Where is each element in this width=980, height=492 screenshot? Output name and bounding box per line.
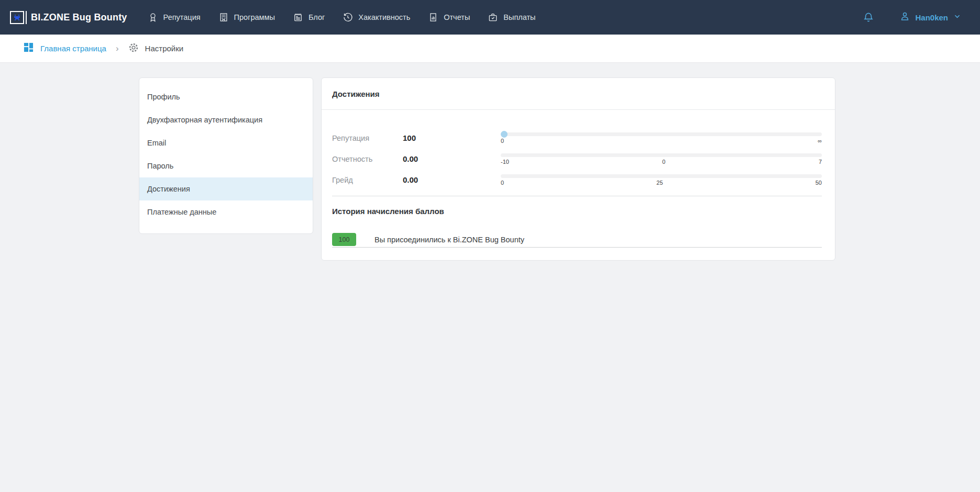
page: BI.ZONE Bug Bounty Репутация — [0, 0, 980, 492]
blog-icon — [293, 12, 303, 23]
nav-item-reputation[interactable]: Репутация — [148, 12, 201, 23]
tick-mid: 0 — [662, 159, 665, 165]
metric-value: 0.00 — [403, 149, 501, 170]
points-badge: 100 — [332, 233, 356, 246]
metric-value: 100 — [403, 128, 501, 149]
metric-row-reputation: Репутация 100 0 ∞ — [332, 128, 822, 149]
sidebar-item-two-factor[interactable]: Двухфакторная аутентификация — [139, 108, 313, 131]
nav-item-blog[interactable]: Блог — [293, 12, 325, 23]
notifications-bell-icon[interactable] — [863, 11, 874, 24]
reputation-slider: 0 ∞ — [501, 128, 822, 149]
slider-ticks: -10 0 7 — [501, 159, 822, 165]
slider-track — [501, 132, 822, 136]
nav-item-hackactivity[interactable]: Хакактивность — [343, 12, 410, 23]
brand-title: BI.ZONE Bug Bounty — [31, 12, 127, 23]
metric-row-grade: Грейд 0.00 0 25 50 — [332, 170, 822, 191]
nav-right: Han0ken — [863, 10, 961, 25]
award-icon — [148, 12, 158, 23]
logo-bug-icon — [10, 11, 24, 24]
brand-logo[interactable]: BI.ZONE Bug Bounty — [10, 11, 127, 24]
logo-bar — [26, 11, 27, 24]
sidebar-item-achievements[interactable]: Достижения — [139, 177, 313, 200]
user-name: Han0ken — [915, 13, 948, 22]
tick-min: 0 — [501, 180, 504, 186]
nav-label: Хакактивность — [358, 13, 410, 21]
grade-slider: 0 25 50 — [501, 170, 822, 191]
main-menu: Репутация Программы — [148, 12, 554, 23]
nav-item-payouts[interactable]: Выплаты — [488, 12, 535, 23]
panel-title: Достижения — [332, 90, 380, 98]
metric-value: 0.00 — [403, 170, 501, 191]
history-event-text: Вы присоединились к Bi.ZONE Bug Bounty — [375, 236, 524, 244]
dashboard-icon — [24, 42, 34, 54]
tick-min: -10 — [501, 159, 509, 165]
top-navbar: BI.ZONE Bug Bounty Репутация — [0, 0, 980, 35]
slider-ticks: 0 ∞ — [501, 138, 822, 144]
breadcrumb-current: Настройки — [128, 42, 184, 55]
nav-item-programs[interactable]: Программы — [218, 12, 275, 23]
nav-item-reports[interactable]: Отчеты — [428, 12, 470, 23]
building-icon — [218, 12, 229, 23]
tick-max: 7 — [819, 159, 822, 165]
sidebar-item-payment-data[interactable]: Платежные данные — [139, 200, 313, 223]
metric-label: Грейд — [332, 170, 403, 191]
section-divider — [332, 196, 822, 196]
slider-thumb[interactable] — [501, 131, 508, 138]
history-row: 100 Вы присоединились к Bi.ZONE Bug Boun… — [332, 233, 822, 248]
history-title: История начисления баллов — [332, 207, 822, 216]
gear-icon — [128, 42, 139, 55]
nav-label: Блог — [309, 13, 325, 21]
breadcrumb-separator: › — [116, 43, 119, 54]
sidebar-item-password[interactable]: Пароль — [139, 154, 313, 177]
panel-header: Достижения — [322, 78, 835, 110]
breadcrumb-current-label: Настройки — [145, 44, 184, 53]
tick-min: 0 — [501, 138, 504, 144]
tick-max: ∞ — [818, 138, 822, 144]
history-icon — [343, 12, 353, 23]
slider-track — [501, 174, 822, 178]
report-icon — [428, 12, 438, 23]
breadcrumb-home-label: Главная страница — [40, 44, 106, 53]
slider-ticks: 0 25 50 — [501, 180, 822, 186]
nav-label: Программы — [234, 13, 275, 21]
nav-label: Выплаты — [503, 13, 535, 21]
breadcrumb-home-link[interactable]: Главная страница — [24, 42, 106, 54]
settings-sidebar: Профиль Двухфакторная аутентификация Ema… — [139, 77, 313, 234]
achievements-panel: Достижения Репутация 100 0 ∞ Отчетность — [321, 77, 835, 261]
metric-label: Репутация — [332, 128, 403, 149]
reporting-slider: -10 0 7 — [501, 149, 822, 170]
sidebar-item-email[interactable]: Email — [139, 131, 313, 154]
breadcrumb: Главная страница › Настройки — [0, 35, 980, 63]
tick-max: 50 — [816, 180, 822, 186]
sidebar-item-profile[interactable]: Профиль — [139, 85, 313, 108]
slider-track — [501, 153, 822, 157]
nav-label: Отчеты — [444, 13, 470, 21]
metric-label: Отчетность — [332, 149, 403, 170]
panel-body: Репутация 100 0 ∞ Отчетность 0.00 — [322, 110, 835, 248]
user-icon — [899, 10, 910, 25]
tick-mid: 25 — [656, 180, 663, 186]
payout-icon — [488, 12, 498, 23]
nav-label: Репутация — [163, 13, 201, 21]
user-menu[interactable]: Han0ken — [899, 10, 961, 25]
metric-row-reporting: Отчетность 0.00 -10 0 7 — [332, 149, 822, 170]
chevron-down-icon — [953, 13, 961, 23]
